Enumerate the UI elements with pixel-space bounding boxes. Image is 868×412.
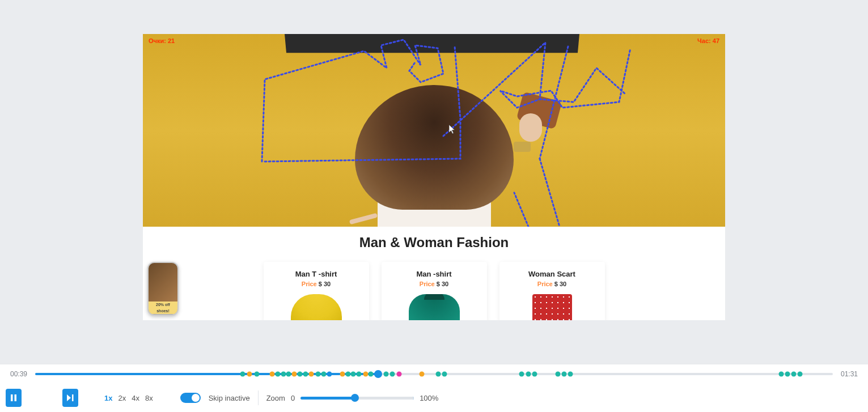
- timeline-event-dot[interactable]: [292, 372, 297, 377]
- pause-icon: [11, 394, 16, 401]
- pause-button[interactable]: [6, 389, 22, 407]
- speed-option-4x[interactable]: 4x: [132, 394, 139, 402]
- timeline-event-dot[interactable]: [532, 372, 537, 377]
- product-card[interactable]: Man T -shirt Price $ 30: [264, 262, 369, 320]
- timeline-event-dot[interactable]: [435, 372, 441, 377]
- player-bar: 00:39 01:31 1x2x4x8x Skip inactive Zoom …: [0, 364, 868, 412]
- product-price: Price $ 30: [504, 281, 600, 287]
- timeline-event-dot[interactable]: [785, 372, 790, 377]
- hero-section: Очки: 21 Час: 47: [143, 34, 725, 227]
- timeline-event-dot[interactable]: [298, 372, 303, 377]
- product-price: Price $ 30: [268, 281, 365, 287]
- session-viewport: Очки: 21 Час: 47 Man & Woman Fashion: [143, 34, 725, 320]
- timeline-event-dot[interactable]: [255, 372, 260, 377]
- mobile-preview-image: [149, 263, 177, 301]
- product-image: [268, 294, 365, 320]
- timeline-event-dot[interactable]: [363, 372, 368, 377]
- timeline-event-dot[interactable]: [345, 372, 350, 377]
- timeline-event-dot[interactable]: [357, 372, 362, 377]
- timeline-event-dot[interactable]: [396, 372, 401, 377]
- cursor-icon: [449, 125, 456, 134]
- timeline-event-dot[interactable]: [384, 372, 389, 377]
- svg-rect-0: [11, 394, 13, 401]
- timeline-row: 00:39 01:31: [0, 364, 868, 384]
- svg-rect-2: [72, 394, 74, 401]
- svg-rect-1: [15, 394, 17, 401]
- timeline-event-dot[interactable]: [390, 372, 395, 377]
- mobile-preview-badge: 20% off: [149, 301, 177, 308]
- product-title: Man T -shirt: [268, 270, 365, 278]
- skip-inactive-label: Skip inactive: [209, 394, 250, 402]
- skip-forward-icon: [67, 394, 74, 401]
- timeline-event-dot[interactable]: [555, 372, 560, 377]
- timeline-event-dot[interactable]: [798, 372, 803, 377]
- zoom-slider[interactable]: [300, 393, 414, 402]
- section-title: Man & Woman Fashion: [143, 235, 725, 250]
- current-time: 00:39: [10, 370, 27, 378]
- timeline-event-dot[interactable]: [286, 372, 291, 377]
- timeline-event-dot[interactable]: [519, 372, 524, 377]
- zoom-group: Zoom 0 100%: [266, 393, 439, 402]
- zoom-label: Zoom: [266, 394, 285, 402]
- timeline-event-dot[interactable]: [275, 372, 280, 377]
- zoom-min: 0: [291, 394, 295, 402]
- timeline-event-dot[interactable]: [269, 372, 274, 377]
- timeline-event-dot[interactable]: [778, 372, 784, 377]
- timeline-event-dot[interactable]: [442, 372, 447, 377]
- controls-row: 1x2x4x8x Skip inactive Zoom 0 100%: [0, 384, 868, 412]
- mobile-preview-thumbnail[interactable]: 20% off shoes!: [147, 262, 179, 316]
- product-image: [386, 294, 482, 320]
- timeline-event-dot[interactable]: [561, 372, 566, 377]
- timeline-event-dot[interactable]: [308, 372, 314, 377]
- timeline-event-dot[interactable]: [351, 372, 356, 377]
- timeline-event-dot[interactable]: [281, 372, 286, 377]
- overlay-score: Очки: 21: [149, 37, 175, 44]
- product-card[interactable]: Man -shirt Price $ 30: [382, 262, 487, 320]
- overlay-time: Час: 47: [697, 37, 719, 44]
- product-image: [504, 294, 600, 320]
- timeline-event-dot[interactable]: [247, 372, 252, 377]
- skip-forward-button[interactable]: [62, 389, 78, 407]
- divider: [258, 390, 259, 405]
- content-section: Man & Woman Fashion Man T -shirt Price $…: [143, 227, 725, 320]
- timeline-event-dot[interactable]: [369, 372, 374, 377]
- hero-person-image: [293, 79, 576, 227]
- timeline-event-dot[interactable]: [327, 372, 332, 377]
- timeline-event-dot[interactable]: [321, 372, 327, 377]
- total-time: 01:31: [841, 370, 858, 378]
- speed-option-8x[interactable]: 8x: [145, 394, 153, 402]
- skip-inactive-toggle[interactable]: [180, 393, 201, 403]
- timeline-event-dot[interactable]: [420, 372, 425, 377]
- speed-option-1x[interactable]: 1x: [104, 394, 112, 402]
- product-price: Price $ 30: [386, 281, 482, 287]
- product-card[interactable]: Woman Scart Price $ 30: [499, 262, 605, 320]
- product-title: Woman Scart: [504, 270, 600, 278]
- product-row: Man T -shirt Price $ 30 Man -shirt Price…: [143, 262, 725, 320]
- timeline-event-dot[interactable]: [791, 372, 797, 377]
- speed-option-2x[interactable]: 2x: [118, 394, 126, 402]
- timeline-event-dot[interactable]: [240, 372, 245, 377]
- timeline-event-dot[interactable]: [340, 372, 345, 377]
- timeline-track[interactable]: [35, 369, 833, 379]
- timeline-event-dot[interactable]: [526, 372, 531, 377]
- timeline-event-dot[interactable]: [303, 372, 308, 377]
- timeline-event-dot[interactable]: [316, 372, 321, 377]
- zoom-max: 100%: [420, 394, 438, 402]
- timeline-event-dot[interactable]: [568, 372, 573, 377]
- product-title: Man -shirt: [386, 270, 482, 278]
- mobile-preview-badge-sub: shoes!: [149, 308, 177, 314]
- speed-group: 1x2x4x8x: [104, 394, 153, 402]
- site-nav-bar: [285, 34, 579, 53]
